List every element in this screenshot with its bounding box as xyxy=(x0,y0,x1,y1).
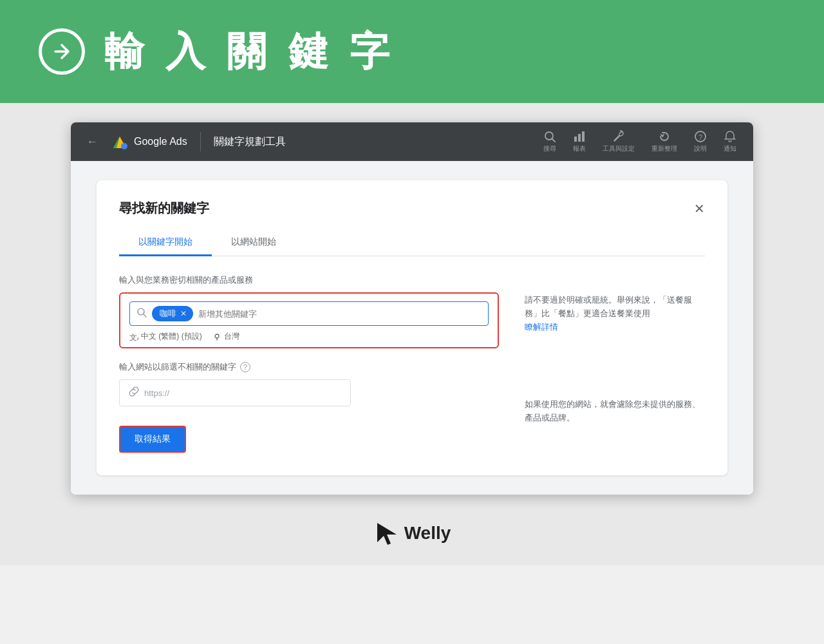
toolbar-search-button[interactable]: 搜尋 xyxy=(537,128,563,156)
svg-point-1 xyxy=(121,143,127,149)
tab-keyword[interactable]: 以關鍵字開始 xyxy=(119,230,212,256)
chip-text: 咖啡 xyxy=(160,308,176,319)
language-location-row: 文A 中文 (繁體) (預設) 台灣 xyxy=(129,331,489,342)
card-title: 尋找新的關鍵字 xyxy=(119,200,209,217)
svg-line-11 xyxy=(144,314,146,317)
card-header: 尋找新的關鍵字 ✕ xyxy=(119,200,705,217)
keyword-input-box: 咖啡 ✕ 文A 中文 (繁體) (預設) xyxy=(119,292,499,348)
notification-icon xyxy=(724,130,736,143)
toolbar-divider xyxy=(200,132,201,151)
language-item: 文A 中文 (繁體) (預設) xyxy=(129,331,202,342)
card-right: 請不要過於明確或籠統。舉例來說，「送餐服務」比「餐點」更適合送餐業使用 瞭解詳情… xyxy=(525,274,705,453)
url-section: 輸入網站以篩選不相關的關鍵字 ? https:// xyxy=(119,361,499,406)
get-results-button[interactable]: 取得結果 xyxy=(119,426,186,453)
toolbar-help-button[interactable]: ? 說明 xyxy=(688,128,713,156)
tabs: 以關鍵字開始 以網站開始 xyxy=(119,230,705,256)
keyword-input[interactable] xyxy=(198,309,482,319)
welly-logo: Welly xyxy=(373,520,451,546)
url-section-label-row: 輸入網站以篩選不相關的關鍵字 ? xyxy=(119,361,499,373)
svg-rect-5 xyxy=(574,137,577,142)
search-icon-small xyxy=(136,307,147,320)
svg-line-4 xyxy=(552,139,556,142)
close-button[interactable]: ✕ xyxy=(694,201,705,216)
url-right-hint: 如果使用您的網站，就會濾除您未提供的服務、產品或品牌。 xyxy=(525,398,705,425)
browser-content: 尋找新的關鍵字 ✕ 以關鍵字開始 以網站開始 輸入與您業務密切相關的產品或服務 xyxy=(71,161,753,495)
language-icon: 文A xyxy=(129,332,138,341)
welly-logo-icon xyxy=(373,520,399,546)
tab-website[interactable]: 以網站開始 xyxy=(212,230,295,256)
welly-brand-name: Welly xyxy=(404,523,451,544)
card-body: 輸入與您業務密切相關的產品或服務 咖啡 ✕ xyxy=(119,274,705,453)
svg-text:?: ? xyxy=(698,133,702,141)
tools-icon xyxy=(612,130,625,143)
header-banner: 輸 入 關 鍵 字 xyxy=(0,0,824,103)
browser-window: ← Google Ads 關鍵字規劃工具 搜尋 xyxy=(71,122,753,495)
ads-logo-text: Google Ads xyxy=(134,136,187,147)
keyword-section-label: 輸入與您業務密切相關的產品或服務 xyxy=(119,274,499,286)
toolbar-icons: 搜尋 報表 工具與設定 重新整理 ? xyxy=(537,128,743,156)
svg-marker-14 xyxy=(377,523,397,545)
right-hint-text: 請不要過於明確或籠統。舉例來說，「送餐服務」比「餐點」更適合送餐業使用 xyxy=(525,294,705,321)
header-title: 輸 入 關 鍵 字 xyxy=(104,24,395,79)
footer: Welly xyxy=(373,507,451,553)
back-button[interactable]: ← xyxy=(81,133,103,151)
toolbar-reports-button[interactable]: 報表 xyxy=(566,128,592,156)
help-icon-circle: ? xyxy=(240,362,250,372)
find-keywords-card: 尋找新的關鍵字 ✕ 以關鍵字開始 以網站開始 輸入與您業務密切相關的產品或服務 xyxy=(97,180,727,475)
toolbar-tools-button[interactable]: 工具與設定 xyxy=(596,128,641,156)
main-area: ← Google Ads 關鍵字規劃工具 搜尋 xyxy=(0,103,824,565)
svg-rect-6 xyxy=(578,134,581,142)
search-icon xyxy=(543,130,556,143)
svg-point-13 xyxy=(215,334,219,338)
learn-more-link[interactable]: 瞭解詳情 xyxy=(525,322,558,332)
refresh-icon xyxy=(658,130,671,143)
ads-toolbar: ← Google Ads 關鍵字規劃工具 搜尋 xyxy=(71,122,753,161)
keyword-chip: 咖啡 ✕ xyxy=(152,306,193,321)
chip-remove-button[interactable]: ✕ xyxy=(180,309,187,318)
google-ads-logo-icon xyxy=(111,133,129,151)
arrow-right-icon xyxy=(50,40,73,63)
keyword-input-row[interactable]: 咖啡 ✕ xyxy=(129,301,489,326)
svg-text:文A: 文A xyxy=(129,333,138,341)
url-section-label: 輸入網站以篩選不相關的關鍵字 xyxy=(119,361,236,373)
link-icon xyxy=(129,386,139,399)
location-icon xyxy=(212,332,221,341)
reports-icon xyxy=(573,130,586,143)
arrow-circle-icon xyxy=(39,28,85,75)
location-item: 台灣 xyxy=(212,331,239,342)
toolbar-notification-button[interactable]: 通知 xyxy=(717,128,743,156)
url-placeholder: https:// xyxy=(144,388,169,398)
svg-rect-7 xyxy=(582,131,585,142)
card-left: 輸入與您業務密切相關的產品或服務 咖啡 ✕ xyxy=(119,274,499,453)
url-input-row[interactable]: https:// xyxy=(119,379,351,406)
toolbar-page-title: 關鍵字規劃工具 xyxy=(214,135,286,149)
help-icon: ? xyxy=(694,130,707,143)
ads-logo: Google Ads xyxy=(111,133,187,151)
toolbar-refresh-button[interactable]: 重新整理 xyxy=(645,128,684,156)
